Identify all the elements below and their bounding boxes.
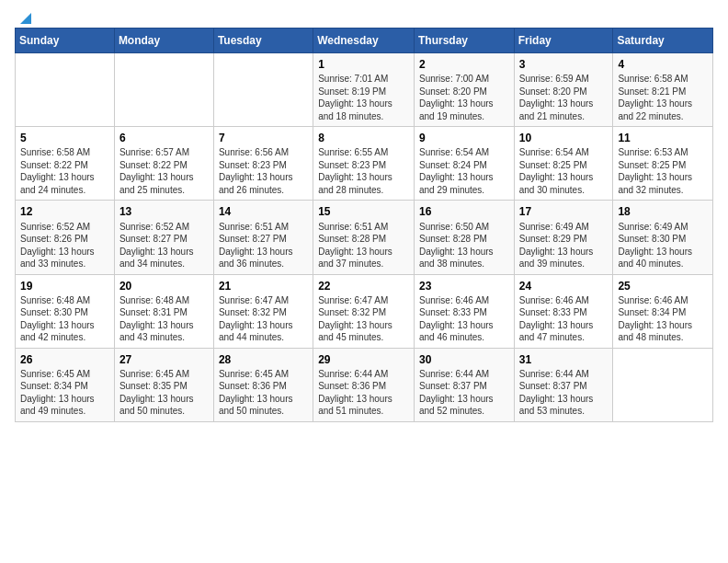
day-info: Sunrise: 6:45 AM Sunset: 8:34 PM Dayligh… bbox=[20, 368, 109, 418]
calendar-cell: 5Sunrise: 6:58 AM Sunset: 8:22 PM Daylig… bbox=[16, 127, 115, 201]
calendar-cell: 7Sunrise: 6:56 AM Sunset: 8:23 PM Daylig… bbox=[213, 127, 313, 201]
day-info: Sunrise: 6:56 AM Sunset: 8:23 PM Dayligh… bbox=[219, 146, 308, 196]
calendar-cell: 13Sunrise: 6:52 AM Sunset: 8:27 PM Dayli… bbox=[114, 201, 213, 274]
calendar-cell: 21Sunrise: 6:47 AM Sunset: 8:32 PM Dayli… bbox=[213, 274, 313, 348]
calendar-cell: 19Sunrise: 6:48 AM Sunset: 8:30 PM Dayli… bbox=[16, 274, 115, 348]
day-info: Sunrise: 6:47 AM Sunset: 8:32 PM Dayligh… bbox=[318, 294, 409, 344]
calendar-cell: 17Sunrise: 6:49 AM Sunset: 8:29 PM Dayli… bbox=[514, 201, 613, 274]
day-info: Sunrise: 6:44 AM Sunset: 8:37 PM Dayligh… bbox=[519, 368, 609, 418]
week-row-3: 12Sunrise: 6:52 AM Sunset: 8:26 PM Dayli… bbox=[16, 201, 713, 274]
day-number: 17 bbox=[519, 204, 609, 219]
day-number: 23 bbox=[419, 279, 509, 293]
day-info: Sunrise: 6:50 AM Sunset: 8:28 PM Dayligh… bbox=[419, 221, 509, 270]
day-info: Sunrise: 6:49 AM Sunset: 8:29 PM Dayligh… bbox=[519, 221, 609, 270]
day-number: 3 bbox=[519, 57, 609, 72]
day-number: 10 bbox=[519, 131, 609, 145]
day-number: 18 bbox=[618, 204, 708, 219]
day-number: 4 bbox=[618, 57, 708, 72]
day-number: 29 bbox=[318, 352, 409, 367]
calendar-cell: 15Sunrise: 6:51 AM Sunset: 8:28 PM Dayli… bbox=[313, 201, 415, 274]
calendar-cell bbox=[613, 348, 713, 421]
calendar-cell: 22Sunrise: 6:47 AM Sunset: 8:32 PM Dayli… bbox=[313, 274, 415, 348]
col-header-thursday: Thursday bbox=[414, 29, 514, 53]
day-info: Sunrise: 6:49 AM Sunset: 8:30 PM Dayligh… bbox=[618, 221, 708, 270]
day-info: Sunrise: 6:48 AM Sunset: 8:31 PM Dayligh… bbox=[119, 294, 209, 344]
day-number: 31 bbox=[519, 352, 609, 367]
day-info: Sunrise: 6:53 AM Sunset: 8:25 PM Dayligh… bbox=[618, 146, 708, 196]
calendar-cell: 29Sunrise: 6:44 AM Sunset: 8:36 PM Dayli… bbox=[313, 348, 415, 421]
calendar-cell: 31Sunrise: 6:44 AM Sunset: 8:37 PM Dayli… bbox=[514, 348, 613, 421]
calendar-cell: 14Sunrise: 6:51 AM Sunset: 8:27 PM Dayli… bbox=[213, 201, 313, 274]
calendar-cell bbox=[213, 53, 313, 127]
day-info: Sunrise: 6:44 AM Sunset: 8:37 PM Dayligh… bbox=[419, 368, 509, 418]
day-number: 24 bbox=[519, 279, 609, 293]
calendar-cell: 9Sunrise: 6:54 AM Sunset: 8:24 PM Daylig… bbox=[414, 127, 514, 201]
col-header-monday: Monday bbox=[114, 29, 213, 53]
calendar-cell: 28Sunrise: 6:45 AM Sunset: 8:36 PM Dayli… bbox=[213, 348, 313, 421]
calendar-cell: 18Sunrise: 6:49 AM Sunset: 8:30 PM Dayli… bbox=[613, 201, 713, 274]
day-number: 15 bbox=[318, 204, 409, 219]
week-row-2: 5Sunrise: 6:58 AM Sunset: 8:22 PM Daylig… bbox=[16, 127, 713, 201]
calendar-table: SundayMondayTuesdayWednesdayThursdayFrid… bbox=[15, 28, 713, 422]
day-info: Sunrise: 6:46 AM Sunset: 8:33 PM Dayligh… bbox=[419, 294, 509, 344]
page: SundayMondayTuesdayWednesdayThursdayFrid… bbox=[0, 0, 728, 431]
day-info: Sunrise: 6:45 AM Sunset: 8:36 PM Dayligh… bbox=[219, 368, 308, 418]
calendar-cell: 27Sunrise: 6:45 AM Sunset: 8:35 PM Dayli… bbox=[114, 348, 213, 421]
calendar-cell: 24Sunrise: 6:46 AM Sunset: 8:33 PM Dayli… bbox=[514, 274, 613, 348]
calendar-cell bbox=[114, 53, 213, 127]
logo-icon bbox=[17, 9, 34, 26]
day-info: Sunrise: 6:58 AM Sunset: 8:22 PM Dayligh… bbox=[20, 146, 109, 196]
calendar-cell: 16Sunrise: 6:50 AM Sunset: 8:28 PM Dayli… bbox=[414, 201, 514, 274]
calendar-cell: 20Sunrise: 6:48 AM Sunset: 8:31 PM Dayli… bbox=[114, 274, 213, 348]
svg-marker-0 bbox=[20, 13, 31, 24]
day-number: 14 bbox=[219, 204, 308, 219]
day-number: 1 bbox=[318, 57, 409, 72]
calendar-cell bbox=[16, 53, 115, 127]
calendar-cell: 30Sunrise: 6:44 AM Sunset: 8:37 PM Dayli… bbox=[414, 348, 514, 421]
calendar-cell: 12Sunrise: 6:52 AM Sunset: 8:26 PM Dayli… bbox=[16, 201, 115, 274]
calendar-cell: 10Sunrise: 6:54 AM Sunset: 8:25 PM Dayli… bbox=[514, 127, 613, 201]
day-info: Sunrise: 7:01 AM Sunset: 8:19 PM Dayligh… bbox=[318, 73, 409, 122]
day-number: 21 bbox=[219, 279, 308, 293]
header-row: SundayMondayTuesdayWednesdayThursdayFrid… bbox=[16, 29, 713, 53]
col-header-friday: Friday bbox=[514, 29, 613, 53]
calendar-cell: 23Sunrise: 6:46 AM Sunset: 8:33 PM Dayli… bbox=[414, 274, 514, 348]
header bbox=[15, 11, 713, 22]
day-info: Sunrise: 6:55 AM Sunset: 8:23 PM Dayligh… bbox=[318, 146, 409, 196]
logo bbox=[15, 11, 34, 22]
day-number: 2 bbox=[419, 57, 509, 72]
calendar-cell: 8Sunrise: 6:55 AM Sunset: 8:23 PM Daylig… bbox=[313, 127, 415, 201]
col-header-saturday: Saturday bbox=[613, 29, 713, 53]
calendar-cell: 2Sunrise: 7:00 AM Sunset: 8:20 PM Daylig… bbox=[414, 53, 514, 127]
day-number: 22 bbox=[318, 279, 409, 293]
day-number: 20 bbox=[119, 279, 209, 293]
day-info: Sunrise: 6:44 AM Sunset: 8:36 PM Dayligh… bbox=[318, 368, 409, 418]
day-info: Sunrise: 6:45 AM Sunset: 8:35 PM Dayligh… bbox=[119, 368, 209, 418]
col-header-wednesday: Wednesday bbox=[313, 29, 415, 53]
day-number: 30 bbox=[419, 352, 509, 367]
day-info: Sunrise: 6:51 AM Sunset: 8:28 PM Dayligh… bbox=[318, 221, 409, 270]
calendar-cell: 25Sunrise: 6:46 AM Sunset: 8:34 PM Dayli… bbox=[613, 274, 713, 348]
calendar-cell: 1Sunrise: 7:01 AM Sunset: 8:19 PM Daylig… bbox=[313, 53, 415, 127]
week-row-1: 1Sunrise: 7:01 AM Sunset: 8:19 PM Daylig… bbox=[16, 53, 713, 127]
week-row-5: 26Sunrise: 6:45 AM Sunset: 8:34 PM Dayli… bbox=[16, 348, 713, 421]
day-number: 5 bbox=[20, 131, 109, 145]
day-number: 19 bbox=[20, 279, 109, 293]
day-number: 28 bbox=[219, 352, 308, 367]
col-header-sunday: Sunday bbox=[16, 29, 115, 53]
day-number: 27 bbox=[119, 352, 209, 367]
day-number: 9 bbox=[419, 131, 509, 145]
day-number: 11 bbox=[618, 131, 708, 145]
calendar-cell: 11Sunrise: 6:53 AM Sunset: 8:25 PM Dayli… bbox=[613, 127, 713, 201]
day-number: 13 bbox=[119, 204, 209, 219]
day-info: Sunrise: 6:46 AM Sunset: 8:33 PM Dayligh… bbox=[519, 294, 609, 344]
day-info: Sunrise: 6:46 AM Sunset: 8:34 PM Dayligh… bbox=[618, 294, 708, 344]
day-info: Sunrise: 6:52 AM Sunset: 8:27 PM Dayligh… bbox=[119, 221, 209, 270]
day-info: Sunrise: 6:59 AM Sunset: 8:20 PM Dayligh… bbox=[519, 73, 609, 122]
day-number: 16 bbox=[419, 204, 509, 219]
day-number: 6 bbox=[119, 131, 209, 145]
calendar-cell: 3Sunrise: 6:59 AM Sunset: 8:20 PM Daylig… bbox=[514, 53, 613, 127]
day-info: Sunrise: 6:58 AM Sunset: 8:21 PM Dayligh… bbox=[618, 73, 708, 122]
day-info: Sunrise: 6:52 AM Sunset: 8:26 PM Dayligh… bbox=[20, 221, 109, 270]
day-number: 12 bbox=[20, 204, 109, 219]
